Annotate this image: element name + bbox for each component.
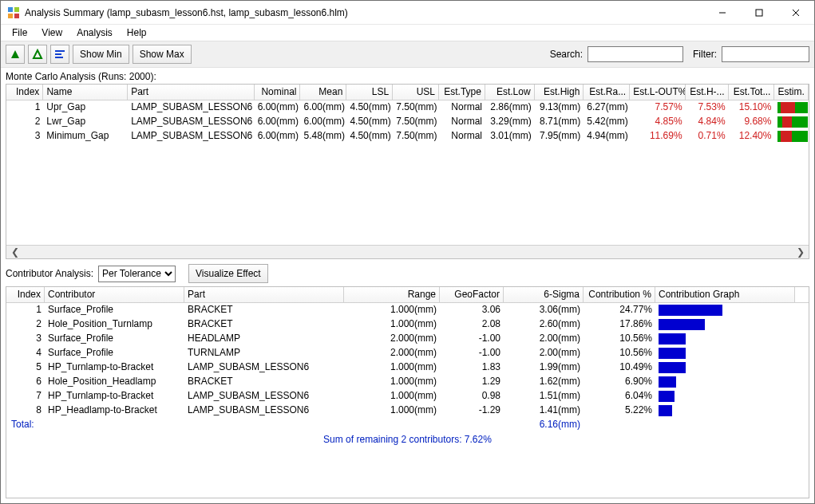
mc-col-4[interactable]: Mean (300, 85, 346, 100)
table-row[interactable]: 4Surface_ProfileTURNLAMP2.000(mm)-1.002.… (6, 346, 809, 360)
show-min-button[interactable]: Show Min (73, 45, 129, 64)
contrib-col-6[interactable]: Contribution % (584, 287, 655, 302)
mc-col-11[interactable]: Est.L-OUT% (630, 85, 685, 100)
mc-col-13[interactable]: Est.Tot... (729, 85, 775, 100)
mc-col-6[interactable]: USL (393, 85, 439, 100)
table-row[interactable]: 1Upr_GapLAMP_SUBASM_LESSON66.00(mm)6.00(… (6, 100, 809, 115)
table-row[interactable]: 2Lwr_GapLAMP_SUBASM_LESSON66.00(mm)6.00(… (6, 115, 809, 129)
titlebar: Analysis Summary (lamp_subasm_lesson6.hs… (1, 1, 814, 25)
search-label: Search: (550, 49, 583, 60)
mc-table: IndexNamePartNominalMeanLSLUSLEst.TypeEs… (6, 84, 809, 259)
contrib-col-3[interactable]: Range (344, 287, 440, 302)
menu-file[interactable]: File (6, 26, 34, 40)
svg-rect-5 (756, 10, 762, 16)
svg-rect-3 (14, 14, 19, 18)
mc-col-14[interactable]: Estim. (774, 85, 809, 100)
contrib-col-0[interactable]: Index (6, 287, 45, 302)
mc-col-8[interactable]: Est.Low (485, 85, 535, 100)
table-row[interactable]: 6Hole_Position_HeadlampBRACKET1.000(mm)1… (6, 375, 809, 389)
svg-rect-10 (55, 50, 65, 52)
mc-col-7[interactable]: Est.Type (439, 85, 485, 100)
mc-col-1[interactable]: Name (43, 85, 128, 100)
mc-col-2[interactable]: Part (128, 85, 254, 100)
contrib-table: IndexContributorPartRangeGeoFactor6-Sigm… (6, 286, 809, 498)
total-row: Total:6.16(mm) (6, 418, 809, 432)
mc-col-10[interactable]: Est.Ra... (584, 85, 630, 100)
menu-view[interactable]: View (35, 26, 69, 40)
contrib-controls: Contributor Analysis: Per Tolerance Visu… (1, 259, 814, 286)
mc-col-12[interactable]: Est.H-... (686, 85, 729, 100)
bars-icon[interactable] (50, 45, 69, 64)
table-row[interactable]: 7HP_Turnlamp-to-BracketLAMP_SUBASM_LESSO… (6, 389, 809, 404)
mc-col-9[interactable]: Est.High (535, 85, 584, 100)
mc-header: IndexNamePartNominalMeanLSLUSLEst.TypeEs… (6, 85, 809, 100)
svg-marker-9 (34, 50, 42, 58)
menu-analysis[interactable]: Analysis (70, 26, 119, 40)
filter-input[interactable] (722, 46, 809, 62)
svg-rect-1 (14, 7, 19, 12)
contrib-label: Contributor Analysis: (6, 268, 93, 279)
mc-col-5[interactable]: LSL (346, 85, 393, 100)
tree-solid-icon[interactable] (6, 45, 25, 64)
menubar: File View Analysis Help (1, 25, 814, 41)
mc-heading: Monte Carlo Analysis (Runs: 2000): (1, 68, 814, 84)
svg-rect-12 (55, 57, 63, 58)
table-row[interactable]: 3Surface_ProfileHEADLAMP2.000(mm)-1.002.… (6, 332, 809, 346)
menu-help[interactable]: Help (121, 26, 153, 40)
toolbar: Show Min Show Max Search: Filter: (1, 41, 814, 68)
table-row[interactable]: 2Hole_Position_TurnlampBRACKET1.000(mm)2… (6, 317, 809, 332)
app-icon (7, 6, 20, 19)
visualize-effect-button[interactable]: Visualize Effect (188, 264, 268, 283)
contrib-header: IndexContributorPartRangeGeoFactor6-Sigm… (6, 287, 809, 303)
filter-label: Filter: (693, 49, 717, 60)
contrib-col-5[interactable]: 6-Sigma (504, 287, 584, 302)
table-row[interactable]: 5HP_Turnlamp-to-BracketLAMP_SUBASM_LESSO… (6, 360, 809, 375)
close-button[interactable] (777, 1, 814, 25)
contrib-col-4[interactable]: GeoFactor (440, 287, 504, 302)
mc-body[interactable]: 1Upr_GapLAMP_SUBASM_LESSON66.00(mm)6.00(… (6, 100, 809, 245)
window-title: Analysis Summary (lamp_subasm_lesson6.hs… (25, 7, 704, 18)
maximize-button[interactable] (741, 1, 777, 25)
show-max-button[interactable]: Show Max (133, 45, 192, 64)
sum-remaining: Sum of remaining 2 contributors: 7.62% (6, 432, 809, 445)
minimize-button[interactable] (704, 1, 741, 25)
contrib-col-1[interactable]: Contributor (45, 287, 184, 302)
contrib-mode-select[interactable]: Per Tolerance (98, 266, 176, 282)
mc-scrollbar[interactable]: ❮ ❯ (6, 245, 809, 258)
contrib-col-7[interactable]: Contribution Graph (655, 287, 795, 302)
table-row[interactable]: 1Surface_ProfileBRACKET1.000(mm)3.063.06… (6, 303, 809, 317)
table-row[interactable]: 8HP_Headlamp-to-BracketLAMP_SUBASM_LESSO… (6, 404, 809, 418)
search-input[interactable] (588, 46, 683, 62)
mc-col-0[interactable]: Index (6, 85, 43, 100)
svg-rect-11 (55, 53, 61, 55)
svg-rect-0 (8, 7, 13, 12)
scroll-right-icon[interactable]: ❯ (793, 246, 807, 258)
svg-marker-8 (11, 50, 19, 58)
contrib-col-2[interactable]: Part (184, 287, 344, 302)
svg-rect-2 (8, 14, 13, 18)
contrib-body[interactable]: 1Surface_ProfileBRACKET1.000(mm)3.063.06… (6, 303, 809, 498)
tree-outline-icon[interactable] (28, 45, 47, 64)
table-row[interactable]: 3Minimum_GapLAMP_SUBASM_LESSON66.00(mm)5… (6, 129, 809, 144)
mc-col-3[interactable]: Nominal (255, 85, 301, 100)
scroll-left-icon[interactable]: ❮ (8, 246, 22, 258)
